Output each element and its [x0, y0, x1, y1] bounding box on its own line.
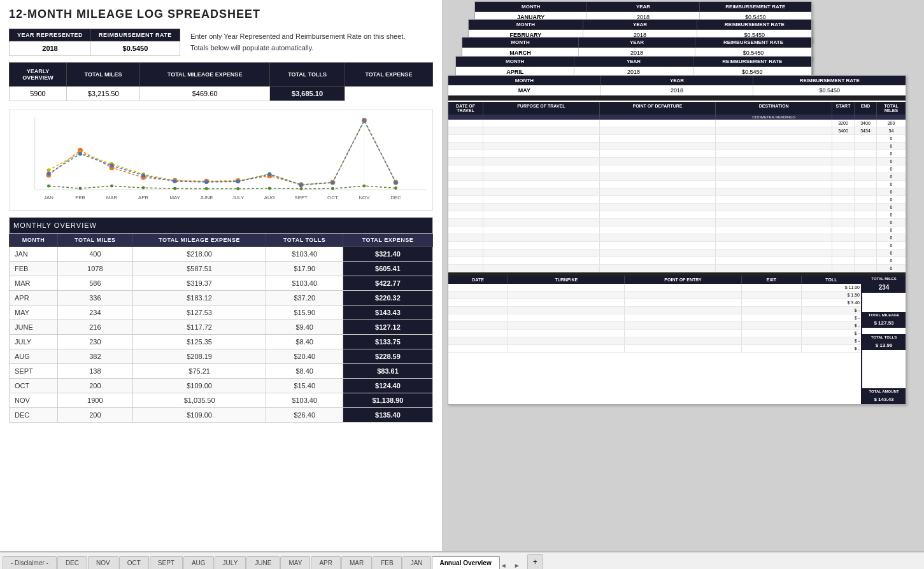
reimb-value: $0.5450: [91, 41, 180, 56]
travel-h-end: END: [855, 102, 877, 115]
sheet-nav2[interactable]: ►: [514, 562, 527, 569]
svg-point-50: [47, 185, 50, 188]
monthly-row2-col1: 586: [57, 276, 132, 291]
tab-mar[interactable]: MAR: [341, 556, 372, 569]
svg-text:APR: APR: [138, 195, 149, 200]
tab-oct[interactable]: OCT: [119, 556, 149, 569]
svg-text:SEPT: SEPT: [295, 195, 308, 200]
header-year: YEAR: [583, 20, 698, 29]
monthly-col-expense: TOTAL EXPENSE: [343, 234, 432, 247]
yearly-col-tolls: TOTAL TOLLS: [270, 63, 345, 87]
monthly-row0-col4: $321.40: [343, 247, 432, 262]
monthly-row8-col3: $8.40: [266, 364, 343, 379]
main-content: 12-MONTH MILEAGE LOG SPREADSHEET YEAR RE…: [0, 0, 924, 551]
monthly-row6-col2: $125.35: [132, 335, 266, 349]
monthly-table-row: APR336$183.12$37.20$220.32: [10, 291, 433, 306]
may-dark-bar: [448, 97, 906, 101]
yearly-miles: 5900: [10, 87, 67, 101]
svg-point-40: [110, 164, 114, 167]
monthly-row0-col3: $103.40: [266, 247, 343, 262]
tab-jan[interactable]: JAN: [402, 556, 431, 569]
svg-text:MAY: MAY: [169, 195, 180, 200]
monthly-row10-col4: $1,138.90: [343, 393, 432, 408]
monthly-row8-col1: 138: [57, 364, 132, 379]
monthly-row0-col1: 400: [57, 247, 132, 262]
yearly-col-miles: TOTAL MILES: [67, 63, 140, 87]
monthly-row11-col4: $135.40: [343, 408, 432, 423]
may-header-rate: REIMBURSEMENT RATE: [753, 76, 906, 85]
monthly-row5-col1: 216: [57, 320, 132, 335]
monthly-row1-col3: $17.90: [266, 262, 343, 276]
monthly-row2-col2: $319.37: [132, 276, 266, 291]
svg-point-54: [173, 187, 176, 190]
monthly-row9-col2: $109.00: [132, 379, 266, 393]
year-reimb-table: YEAR REPRESENTED REIMBURSEMENT RATE 2018…: [9, 29, 180, 56]
year-header: YEAR REPRESENTED: [10, 29, 91, 41]
monthly-row7-col1: 382: [57, 349, 132, 364]
svg-point-43: [204, 180, 208, 184]
tab-apr[interactable]: APR: [311, 556, 341, 569]
header-month: MONTH: [475, 2, 587, 11]
sheet-nav[interactable]: ◄: [501, 562, 513, 569]
monthly-row6-col1: 230: [57, 335, 132, 349]
svg-point-57: [268, 186, 271, 190]
monthly-row10-col2: $1,035.50: [132, 393, 266, 408]
tab-may[interactable]: MAY: [280, 556, 310, 569]
svg-point-44: [236, 179, 240, 183]
tab-july[interactable]: JULY: [215, 556, 246, 569]
monthly-row4-col3: $15.90: [266, 306, 343, 320]
info-line2: Totals below will populate automatically…: [190, 43, 406, 54]
monthly-row5-col2: $117.72: [132, 320, 266, 335]
monthly-row7-col2: $208.19: [132, 349, 266, 364]
monthly-table-row: MAY234$127.53$15.90$143.43: [10, 306, 433, 320]
tab-nov[interactable]: NOV: [88, 556, 118, 569]
header-month: MONTH: [456, 57, 574, 66]
svg-point-38: [46, 172, 50, 176]
monthly-table-row: DEC200$109.00$26.40$135.40: [10, 408, 433, 423]
tab-annual-overview[interactable]: Annual Overview: [432, 556, 500, 569]
travel-h-miles: TOTAL MILES: [877, 102, 906, 115]
header-month: MONTH: [469, 20, 583, 29]
tab-feb[interactable]: FEB: [373, 556, 401, 569]
header-year: YEAR: [574, 57, 693, 66]
tab---disclaimer--[interactable]: - Disclaimer -: [3, 556, 57, 569]
svg-text:OCT: OCT: [327, 195, 338, 200]
svg-point-47: [331, 181, 334, 185]
monthly-row1-col0: FEB: [10, 262, 58, 276]
monthly-row5-col0: JUNE: [10, 320, 58, 335]
may-val-year: 2018: [601, 85, 754, 95]
monthly-table-row: OCT200$109.00$15.40$124.40: [10, 379, 433, 393]
yearly-tolls: $469.60: [140, 87, 270, 101]
monthly-table-row: JULY230$125.35$8.40$133.75: [10, 335, 433, 349]
toll-section: DATE TURNPIKE POINT OF ENTRY EXIT TOLL $…: [448, 276, 861, 404]
monthly-table-row: AUG382$208.19$20.40$228.59: [10, 349, 433, 364]
tab-june[interactable]: JUNE: [246, 556, 280, 569]
header-rate: REIMBURSEMENT RATE: [695, 38, 811, 47]
monthly-row5-col3: $9.40: [266, 320, 343, 335]
monthly-row9-col0: OCT: [10, 379, 58, 393]
year-value: 2018: [10, 41, 91, 56]
info-text: Enter only Year Represented and Reimburs…: [190, 29, 406, 53]
svg-point-41: [141, 174, 145, 178]
monthly-row11-col2: $109.00: [132, 408, 266, 423]
monthly-row7-col3: $20.40: [266, 349, 343, 364]
may-header-month: MONTH: [448, 76, 601, 85]
top-info-area: YEAR REPRESENTED REIMBURSEMENT RATE 2018…: [9, 29, 433, 56]
yearly-mileage: $3,215.50: [67, 87, 140, 101]
tab-dec[interactable]: DEC: [57, 556, 87, 569]
yearly-row-label: YEARLY OVERVIEW: [10, 63, 67, 87]
monthly-row5-col4: $127.12: [343, 320, 432, 335]
may-val-rate: $0.5450: [753, 85, 906, 95]
add-sheet-button[interactable]: +: [527, 554, 543, 569]
monthly-row0-col2: $218.00: [132, 247, 266, 262]
svg-point-42: [173, 179, 177, 183]
tab-sept[interactable]: SEPT: [150, 556, 183, 569]
monthly-row3-col0: APR: [10, 291, 58, 306]
tab-aug[interactable]: AUG: [183, 556, 214, 569]
svg-point-52: [110, 185, 113, 188]
monthly-row11-col3: $26.40: [266, 408, 343, 423]
monthly-row11-col0: DEC: [10, 408, 58, 423]
travel-h-date: DATE OF TRAVEL: [448, 102, 483, 115]
monthly-row9-col1: 200: [57, 379, 132, 393]
summary-sidebar: TOTAL MILES 234 TOTAL MILEAGE $ 127.53 T…: [861, 276, 906, 404]
